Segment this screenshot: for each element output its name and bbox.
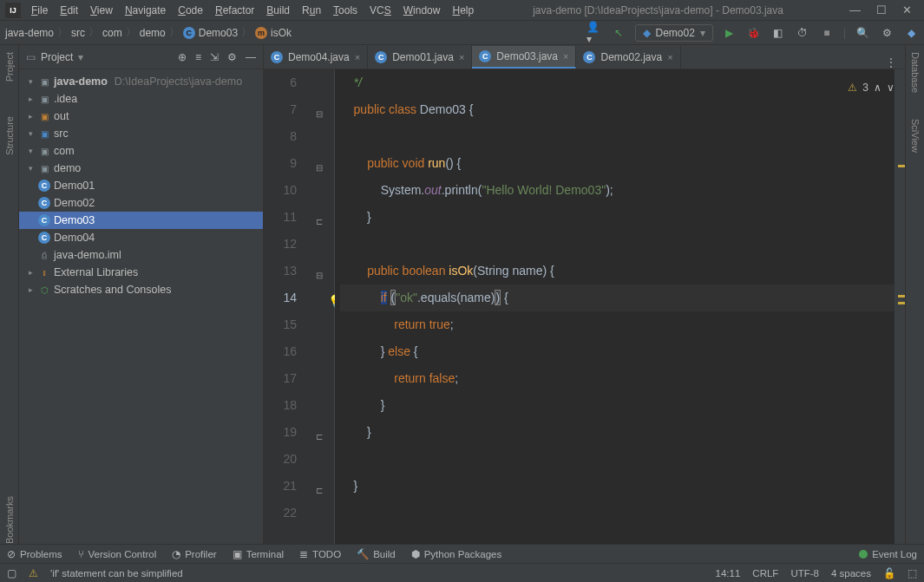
run-button[interactable]: ▶ bbox=[722, 25, 737, 41]
menu-window[interactable]: Window bbox=[398, 3, 446, 18]
hide-panel-icon[interactable]: — bbox=[246, 51, 256, 63]
tab-problems[interactable]: ⊘Problems bbox=[7, 548, 62, 560]
chevron-up-icon[interactable]: ∧ bbox=[874, 75, 881, 101]
tab-project[interactable]: Project bbox=[4, 52, 15, 82]
tree-iml[interactable]: ⎙java-demo.iml bbox=[19, 246, 263, 264]
close-tab-icon[interactable]: × bbox=[355, 52, 360, 62]
menu-navigate[interactable]: Navigate bbox=[120, 3, 171, 18]
close-tab-icon[interactable]: × bbox=[667, 52, 672, 62]
error-stripe[interactable] bbox=[895, 69, 905, 544]
add-user-icon[interactable]: 👤▾ bbox=[587, 25, 602, 41]
tab-demo03[interactable]: CDemo03.java× bbox=[472, 46, 576, 69]
menu-refactor[interactable]: Refactor bbox=[210, 3, 259, 18]
crumb-com[interactable]: com bbox=[102, 27, 122, 39]
method-icon: m bbox=[255, 27, 267, 39]
plugin-icon[interactable]: ◆ bbox=[903, 25, 919, 41]
tree-scratches[interactable]: ▸⬡Scratches and Consoles bbox=[19, 281, 263, 298]
tab-profiler[interactable]: ◔Profiler bbox=[172, 548, 216, 560]
tree-demo02[interactable]: CDemo02 bbox=[19, 194, 263, 212]
fold-close-icon[interactable]: ⊏ bbox=[316, 477, 323, 504]
menu-edit[interactable]: Edit bbox=[55, 3, 83, 18]
line-separator[interactable]: CRLF bbox=[752, 568, 778, 579]
inspection-badge[interactable]: ⚠ 3 ∧ ∨ bbox=[848, 75, 895, 101]
indent-setting[interactable]: 4 spaces bbox=[831, 568, 871, 579]
left-tool-strip: Project Structure Bookmarks bbox=[0, 45, 19, 544]
memory-indicator-icon[interactable]: ⬚ bbox=[908, 567, 917, 579]
tab-database[interactable]: Database bbox=[910, 52, 921, 93]
tab-demo01[interactable]: CDemo01.java× bbox=[368, 46, 472, 69]
fold-open-icon[interactable]: ⊟ bbox=[316, 101, 323, 128]
tree-demo01[interactable]: CDemo01 bbox=[19, 177, 263, 194]
menu-code[interactable]: Code bbox=[173, 3, 208, 18]
readonly-toggle-icon[interactable]: 🔓 bbox=[883, 567, 895, 579]
fold-close-icon[interactable]: ⊏ bbox=[316, 208, 323, 235]
tab-sciview[interactable]: SciView bbox=[910, 119, 921, 153]
profiler-icon: ◔ bbox=[172, 548, 180, 560]
code-editor[interactable]: ⚠ 3 ∧ ∨ 678910111213141516171819202122 ⊟… bbox=[264, 69, 905, 544]
run-configuration-selector[interactable]: ◆ Demo02 ▾ bbox=[635, 24, 713, 42]
crumb-project[interactable]: java-demo bbox=[5, 27, 54, 39]
crumb-src[interactable]: src bbox=[71, 27, 85, 39]
crumb-class[interactable]: Demo03 bbox=[199, 27, 238, 39]
debug-button[interactable]: 🐞 bbox=[746, 25, 762, 41]
collapse-all-icon[interactable]: ⇲ bbox=[210, 51, 219, 63]
tab-version-control[interactable]: ⑂Version Control bbox=[78, 549, 157, 559]
close-tab-icon[interactable]: × bbox=[459, 52, 464, 62]
menu-view[interactable]: View bbox=[85, 3, 118, 18]
tab-terminal[interactable]: ▣Terminal bbox=[233, 548, 284, 560]
hammer-icon[interactable]: ↖ bbox=[611, 25, 626, 41]
profile-button[interactable]: ⏱ bbox=[795, 25, 810, 41]
search-everywhere-icon[interactable]: 🔍 bbox=[855, 25, 870, 41]
tree-com[interactable]: ▾▣com bbox=[19, 142, 263, 160]
project-panel-title[interactable]: Project bbox=[41, 51, 73, 63]
class-icon: C bbox=[183, 27, 195, 39]
tree-external-libs[interactable]: ▸⫾External Libraries bbox=[19, 264, 263, 281]
tab-overflow-icon[interactable]: ⋮ bbox=[877, 56, 905, 69]
menu-bar: File Edit View Navigate Code Refactor Bu… bbox=[26, 3, 479, 18]
tree-demo[interactable]: ▾▣demo bbox=[19, 160, 263, 177]
fold-open-icon[interactable]: ⊟ bbox=[316, 262, 323, 289]
caret-position[interactable]: 14:11 bbox=[716, 568, 741, 579]
file-encoding[interactable]: UTF-8 bbox=[790, 568, 819, 579]
tab-python-packages[interactable]: ⬢Python Packages bbox=[411, 548, 502, 560]
tool-windows-icon[interactable]: ▢ bbox=[7, 567, 16, 579]
tree-idea[interactable]: ▸▣.idea bbox=[19, 90, 263, 108]
panel-settings-icon[interactable]: ⚙ bbox=[227, 51, 237, 63]
settings-icon[interactable]: ⚙ bbox=[879, 25, 895, 41]
tab-event-log[interactable]: Event Log bbox=[859, 549, 917, 559]
menu-help[interactable]: Help bbox=[447, 3, 479, 18]
tree-demo04[interactable]: CDemo04 bbox=[19, 229, 263, 246]
maximize-button[interactable]: ☐ bbox=[876, 3, 887, 16]
fold-close-icon[interactable]: ⊏ bbox=[316, 423, 323, 450]
tree-demo03[interactable]: CDemo03 bbox=[19, 212, 263, 229]
close-button[interactable]: ✕ bbox=[902, 3, 912, 16]
code-content[interactable]: */ public class Demo03 { public void run… bbox=[335, 69, 895, 544]
fold-gutter[interactable]: ⊟ ⊟ ⊏ ⊟ 💡 ⊏ ⊏ bbox=[312, 69, 335, 544]
tree-src[interactable]: ▾▣src bbox=[19, 125, 263, 142]
stop-button[interactable]: ■ bbox=[819, 25, 835, 41]
select-opened-file-icon[interactable]: ⊕ bbox=[178, 51, 187, 63]
coverage-button[interactable]: ◧ bbox=[770, 25, 786, 41]
close-tab-icon[interactable]: × bbox=[563, 51, 568, 62]
chevron-down-icon[interactable]: ∨ bbox=[887, 75, 895, 101]
tree-root[interactable]: ▾▣java-demoD:\IdeaProjects\java-demo bbox=[19, 73, 263, 90]
expand-all-icon[interactable]: ≡ bbox=[195, 51, 201, 63]
tab-demo02[interactable]: CDemo02.java× bbox=[576, 46, 680, 69]
line-number-gutter[interactable]: 678910111213141516171819202122 bbox=[264, 69, 312, 544]
tab-todo[interactable]: ≣TODO bbox=[299, 548, 341, 560]
menu-build[interactable]: Build bbox=[261, 3, 295, 18]
menu-vcs[interactable]: VCS bbox=[364, 3, 396, 18]
tab-build[interactable]: 🔨Build bbox=[357, 548, 396, 560]
menu-file[interactable]: File bbox=[26, 3, 53, 18]
menu-tools[interactable]: Tools bbox=[328, 3, 363, 18]
menu-run[interactable]: Run bbox=[297, 3, 326, 18]
tab-demo04[interactable]: CDemo04.java× bbox=[264, 46, 368, 69]
tab-structure[interactable]: Structure bbox=[4, 116, 15, 155]
minimize-button[interactable]: — bbox=[849, 3, 861, 16]
tree-out[interactable]: ▸▣out bbox=[19, 108, 263, 125]
title-bar: IJ File Edit View Navigate Code Refactor… bbox=[0, 0, 924, 21]
crumb-demo[interactable]: demo bbox=[140, 27, 166, 39]
tab-bookmarks[interactable]: Bookmarks bbox=[4, 487, 15, 544]
fold-open-icon[interactable]: ⊟ bbox=[316, 154, 323, 181]
crumb-method[interactable]: isOk bbox=[271, 27, 292, 39]
